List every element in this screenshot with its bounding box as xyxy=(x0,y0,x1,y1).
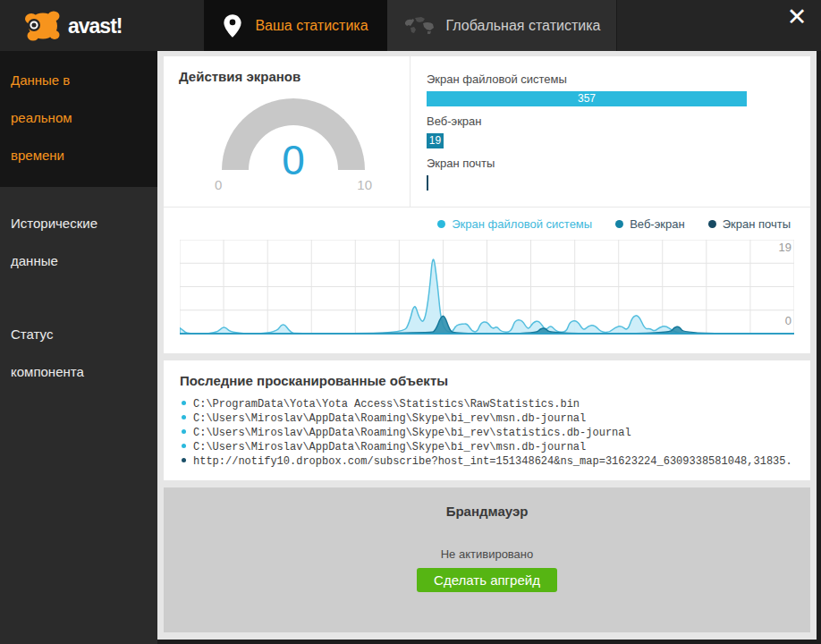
gauge-value: 0 xyxy=(222,136,365,184)
scanned-objects-card: Последние просканированные объекты C:\Pr… xyxy=(164,360,810,480)
logo-text: avast! xyxy=(68,14,122,38)
bar-label-web: Веб-экран xyxy=(427,114,810,128)
tab-label: Глобальная статистика xyxy=(446,18,601,34)
tab-label: Ваша статистика xyxy=(255,18,368,34)
topbar: avast! Ваша статистика Глобальная статис… xyxy=(0,0,821,51)
sidebar: Данные в реальном времени Исторические д… xyxy=(0,51,157,644)
bar-track: 357 xyxy=(427,91,747,106)
upgrade-button[interactable]: Сделать апгрейд xyxy=(417,568,557,592)
legend-label: Экран почты xyxy=(723,217,791,231)
bullet-icon xyxy=(182,444,186,448)
content-area: Действия экранов 0 0 10 Экран файловой с… xyxy=(157,51,817,640)
screen-actions-top: Действия экранов 0 0 10 Экран файловой с… xyxy=(164,56,810,208)
firewall-title: Брандмауэр xyxy=(164,487,810,519)
bullet-icon xyxy=(182,429,186,434)
sidebar-item-label: Исторические данные xyxy=(11,205,129,280)
scanned-object-row: C:\ProgramData\Yota\Yota Access\Statisti… xyxy=(180,397,794,411)
legend-item-mail[interactable]: Экран почты xyxy=(708,217,791,231)
location-pin-icon xyxy=(223,13,242,39)
firewall-status: Не активировано xyxy=(164,547,810,561)
bar-filesystem: 357 xyxy=(427,91,747,106)
sidebar-item-historical-data[interactable]: Исторические данные xyxy=(0,187,157,298)
y-axis-tick-min: 0 xyxy=(785,314,791,327)
firewall-card: Брандмауэр Не активировано Сделать апгре… xyxy=(164,487,810,632)
tab-global-statistics[interactable]: Глобальная статистика xyxy=(387,0,617,51)
tab-your-statistics[interactable]: Ваша статистика xyxy=(204,0,387,51)
bar-mail xyxy=(427,175,428,191)
activity-chart-svg xyxy=(180,240,794,335)
bullet-icon xyxy=(182,458,186,462)
legend-item-web[interactable]: Веб-экран xyxy=(615,217,685,231)
screen-counters: Экран файловой системы 357 Веб-экран 19 … xyxy=(410,56,810,207)
avast-statistics-window: avast! Ваша статистика Глобальная статис… xyxy=(0,0,821,644)
avast-logo: avast! xyxy=(21,7,122,45)
bar-track: 19 xyxy=(427,133,747,148)
activity-area-chart: 19 0 xyxy=(180,240,794,335)
scanned-path: C:\Users\Miroslav\AppData\Roaming\Skype\… xyxy=(193,441,586,453)
scanned-path: C:\ProgramData\Yota\Yota Access\Statisti… xyxy=(193,398,580,411)
bullet-icon xyxy=(182,401,186,405)
scanned-url: http://notify10.dropbox.com/subscribe?ho… xyxy=(193,455,794,468)
activity-gauge: 0 xyxy=(222,98,365,170)
bar-web: 19 xyxy=(427,133,444,148)
gauge-panel: Действия экранов 0 0 10 xyxy=(164,56,410,207)
legend-item-filesystem[interactable]: Экран файловой системы xyxy=(437,217,592,231)
scanned-object-row: C:\Users\Miroslav\AppData\Roaming\Skype\… xyxy=(180,411,794,426)
sidebar-item-component-status[interactable]: Статус компонента xyxy=(0,298,157,409)
legend-label: Экран файловой системы xyxy=(452,217,592,231)
bar-label-mail: Экран почты xyxy=(427,157,810,170)
sidebar-item-label: Данные в реальном времени xyxy=(11,62,129,174)
scanned-path: C:\Users\Miroslav\AppData\Roaming\Skype\… xyxy=(193,427,631,439)
chart-legend: Экран файловой системы Веб-экран Экран п… xyxy=(164,208,810,240)
world-map-icon xyxy=(403,16,436,36)
legend-label: Веб-экран xyxy=(630,217,685,231)
screen-actions-card: Действия экранов 0 0 10 Экран файловой с… xyxy=(164,56,810,353)
scanned-path: C:\Users\Miroslav\AppData\Roaming\Skype\… xyxy=(193,412,586,425)
scanned-object-row: C:\Users\Miroslav\AppData\Roaming\Skype\… xyxy=(180,426,794,440)
scanned-objects-list: C:\ProgramData\Yota\Yota Access\Statisti… xyxy=(180,397,794,469)
legend-dot-mail xyxy=(708,220,716,228)
avast-logo-icon xyxy=(21,7,63,45)
scanned-objects-title: Последние просканированные объекты xyxy=(180,373,794,388)
sidebar-item-label: Статус компонента xyxy=(11,316,129,391)
y-axis-tick-max: 19 xyxy=(779,241,791,254)
close-button[interactable]: ✕ xyxy=(782,2,812,32)
bar-label-filesystem: Экран файловой системы xyxy=(427,72,810,86)
legend-dot-web xyxy=(615,220,623,228)
bullet-icon xyxy=(182,415,186,419)
sidebar-item-realtime-data[interactable]: Данные в реальном времени xyxy=(0,51,157,187)
scanned-object-row: C:\Users\Miroslav\AppData\Roaming\Skype\… xyxy=(180,440,794,454)
gauge-title: Действия экранов xyxy=(179,69,410,84)
legend-dot-filesystem xyxy=(437,220,445,228)
bar-track xyxy=(427,175,747,191)
scanned-object-row: http://notify10.dropbox.com/subscribe?ho… xyxy=(180,454,794,469)
